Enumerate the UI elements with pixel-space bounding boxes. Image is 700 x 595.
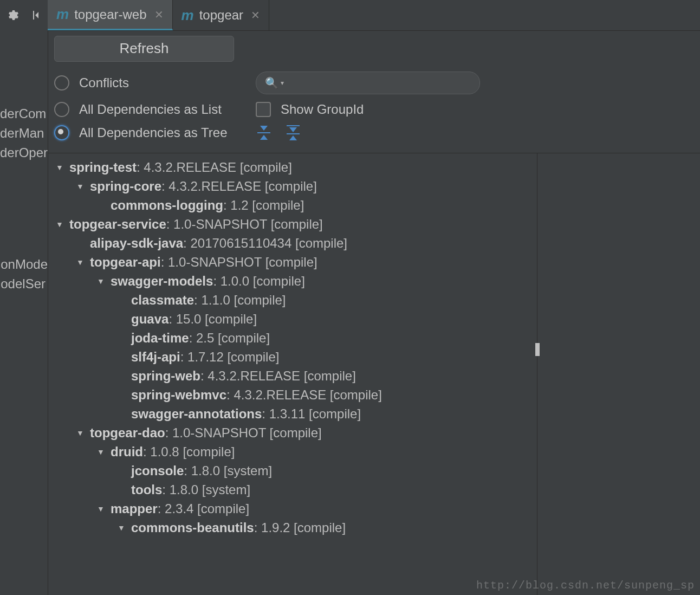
dependency-name: mapper	[111, 501, 158, 516]
expand-all-button[interactable]	[256, 125, 272, 141]
detail-panel	[537, 153, 700, 595]
dependency-name: topgear-dao	[90, 425, 165, 441]
label-all-tree: All Dependencies as Tree	[79, 125, 228, 140]
tree-row[interactable]: classmate : 1.1.0 [compile]	[50, 290, 535, 309]
tree-row[interactable]: mapper : 2.3.4 [compile]	[50, 499, 535, 518]
dependency-name: commons-logging	[111, 198, 223, 213]
maven-icon: m	[182, 7, 194, 24]
search-icon: 🔍	[265, 76, 278, 89]
radio-all-tree[interactable]	[54, 125, 69, 140]
tree-row[interactable]: slf4j-api : 1.7.12 [compile]	[50, 347, 535, 366]
dependency-version-scope: : 1.2 [compile]	[223, 198, 304, 213]
dependency-name: joda-time	[131, 331, 189, 346]
dependency-version-scope: : 1.0.8 [compile]	[143, 444, 235, 460]
title-bar: mtopgear-web✕mtopgear✕	[0, 0, 700, 31]
disclosure-triangle-icon[interactable]	[54, 218, 65, 230]
close-icon[interactable]: ✕	[249, 9, 260, 22]
project-item-partial[interactable]: odelSer	[1, 274, 48, 294]
dependency-version-scope: : 1.0-SNAPSHOT [compile]	[161, 255, 317, 270]
dependency-version-scope: : 2.5 [compile]	[189, 331, 270, 346]
project-item-partial[interactable]: onMode	[1, 255, 48, 274]
radio-all-list[interactable]	[54, 102, 69, 117]
tree-row[interactable]: alipay-sdk-java : 20170615110434 [compil…	[50, 234, 535, 253]
tree-row[interactable]: spring-webmvc : 4.3.2.RELEASE [compile]	[50, 385, 535, 404]
dependency-name: tools	[131, 482, 162, 497]
label-all-list: All Dependencies as List	[79, 102, 222, 117]
tree-row[interactable]: commons-beanutils : 1.9.2 [compile]	[50, 518, 535, 537]
splitter-handle[interactable]	[535, 343, 540, 356]
dependency-version-scope: : 20170615110434 [compile]	[183, 236, 347, 251]
dependency-name: jconsole	[131, 463, 184, 478]
project-item-partial[interactable]: derOper	[0, 143, 48, 163]
dependency-version-scope: : 1.3.11 [compile]	[262, 406, 361, 422]
dependency-version-scope: : 1.0.0 [compile]	[213, 274, 304, 289]
dependency-version-scope: : 1.9.2 [compile]	[254, 520, 346, 535]
disclosure-triangle-icon[interactable]	[95, 503, 106, 514]
dependency-name: alipay-sdk-java	[90, 236, 183, 251]
tree-row[interactable]: joda-time : 2.5 [compile]	[50, 328, 535, 347]
project-item-partial[interactable]: derCom	[0, 104, 48, 124]
tree-row[interactable]: jconsole : 1.8.0 [system]	[50, 461, 535, 480]
dependency-version-scope: : 2.3.4 [compile]	[158, 501, 249, 516]
tree-row[interactable]: spring-web : 4.3.2.RELEASE [compile]	[50, 366, 535, 385]
dependency-name: spring-core	[90, 179, 161, 194]
tree-row[interactable]: topgear-dao : 1.0-SNAPSHOT [compile]	[50, 423, 535, 442]
tree-row[interactable]: tools : 1.8.0 [system]	[50, 480, 535, 499]
disclosure-triangle-icon[interactable]	[75, 180, 86, 192]
dependency-version-scope: : 4.3.2.RELEASE [compile]	[200, 368, 356, 384]
maven-icon: m	[56, 6, 69, 23]
tree-row[interactable]: swagger-annotations : 1.3.11 [compile]	[50, 404, 535, 423]
refresh-button[interactable]: Refresh	[54, 36, 234, 62]
label-conflicts: Conflicts	[79, 75, 129, 90]
dependency-name: topgear-service	[69, 217, 166, 232]
dependency-name: spring-webmvc	[131, 387, 226, 403]
search-dropdown-icon[interactable]: ▾	[281, 79, 284, 87]
dependency-version-scope: : 1.7.12 [compile]	[180, 350, 280, 365]
dependency-version-scope: : 1.0-SNAPSHOT [compile]	[165, 425, 322, 441]
search-input[interactable]: 🔍▾	[256, 72, 480, 94]
label-show-groupid: Show GroupId	[281, 102, 364, 117]
dependency-version-scope: : 1.1.0 [compile]	[194, 293, 286, 308]
dependency-name: swagger-models	[111, 274, 213, 289]
dependency-version-scope: : 4.3.2.RELEASE [compile]	[137, 160, 292, 175]
tab-topgear-web[interactable]: mtopgear-web✕	[48, 0, 173, 30]
tree-row[interactable]: spring-core : 4.3.2.RELEASE [compile]	[50, 177, 535, 196]
project-item-partial[interactable]: derMan	[0, 124, 48, 143]
tree-row[interactable]: topgear-service : 1.0-SNAPSHOT [compile]	[50, 215, 535, 234]
dependency-tree[interactable]: spring-test : 4.3.2.RELEASE [compile]spr…	[48, 153, 537, 595]
tab-label: topgear-web	[74, 7, 146, 22]
dependency-name: slf4j-api	[131, 350, 180, 365]
disclosure-triangle-icon[interactable]	[75, 256, 86, 268]
disclosure-triangle-icon[interactable]	[54, 161, 65, 173]
dependency-name: classmate	[131, 293, 194, 308]
dependency-name: spring-web	[131, 368, 200, 384]
dependency-version-scope: : 1.8.0 [system]	[184, 463, 272, 478]
left-tool-window-strip: derComderManderOper onModeodelSer	[0, 30, 48, 595]
disclosure-triangle-icon[interactable]	[95, 275, 106, 287]
controls-panel: Refresh Conflicts 🔍▾ All Dependencies as…	[48, 30, 700, 148]
tree-row[interactable]: guava : 15.0 [compile]	[50, 309, 535, 328]
tree-row[interactable]: swagger-models : 1.0.0 [compile]	[50, 271, 535, 290]
disclosure-triangle-icon[interactable]	[75, 427, 86, 438]
collapse-all-button[interactable]	[285, 125, 301, 141]
tree-row[interactable]: spring-test : 4.3.2.RELEASE [compile]	[50, 158, 535, 177]
dependency-name: guava	[131, 312, 168, 327]
radio-conflicts[interactable]	[54, 75, 69, 90]
gear-icon[interactable]	[6, 9, 19, 22]
checkbox-show-groupid[interactable]	[256, 102, 271, 117]
dependency-name: commons-beanutils	[131, 520, 254, 535]
collapse-arrow-icon[interactable]	[29, 9, 42, 22]
dependency-version-scope: : 4.3.2.RELEASE [compile]	[226, 387, 382, 403]
disclosure-triangle-icon[interactable]	[116, 522, 127, 533]
watermark: http://blog.csdn.net/sunpeng_sp	[476, 579, 695, 592]
tree-row[interactable]: topgear-api : 1.0-SNAPSHOT [compile]	[50, 253, 535, 271]
tree-row[interactable]: commons-logging : 1.2 [compile]	[50, 196, 535, 215]
dependency-name: druid	[111, 444, 143, 460]
dependency-name: topgear-api	[90, 255, 161, 270]
dependency-version-scope: : 15.0 [compile]	[168, 312, 257, 327]
tree-row[interactable]: druid : 1.0.8 [compile]	[50, 442, 535, 461]
close-icon[interactable]: ✕	[152, 8, 164, 21]
disclosure-triangle-icon[interactable]	[95, 446, 106, 457]
dependency-version-scope: : 1.8.0 [system]	[162, 482, 250, 497]
tab-topgear[interactable]: mtopgear✕	[173, 0, 270, 30]
